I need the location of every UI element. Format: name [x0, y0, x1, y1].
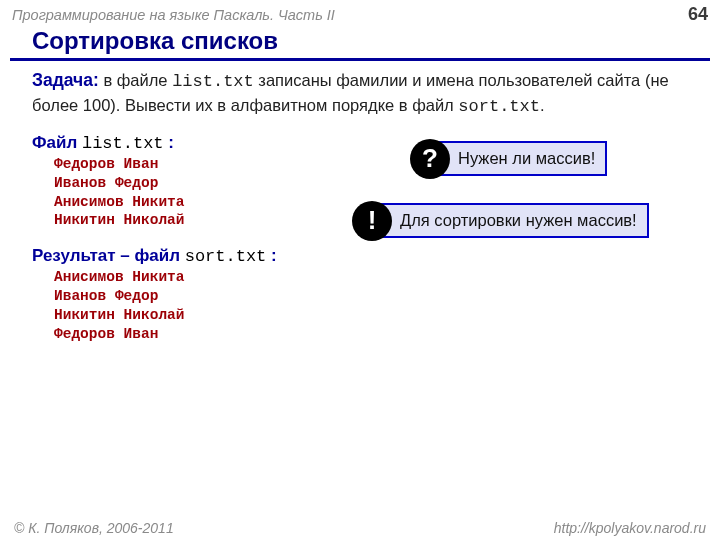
list-item: Иванов Федор — [54, 287, 704, 306]
output-file-lines: Анисимов Никита Иванов Федор Никитин Ник… — [32, 268, 704, 343]
task-label: Задача: — [32, 70, 99, 90]
footer: © К. Поляков, 2006-2011 http://kpolyakov… — [0, 520, 720, 536]
input-colon: : — [164, 133, 174, 152]
page-number: 64 — [688, 4, 708, 25]
output-colon: : — [266, 246, 276, 265]
list-item: Анисимов Никита — [54, 268, 704, 287]
header-title: Программирование на языке Паскаль. Часть… — [12, 7, 335, 23]
footer-url: http://kpolyakov.narod.ru — [554, 520, 706, 536]
task-description: Задача: в файле list.txt записаны фамили… — [32, 69, 704, 119]
question-icon — [410, 139, 450, 179]
callout-answer: Для сортировки нужен массив! — [352, 201, 682, 241]
content-area: Задача: в файле list.txt записаны фамили… — [0, 61, 720, 344]
callouts: Нужен ли массив! Для сортировки нужен ма… — [352, 139, 682, 263]
footer-copyright: © К. Поляков, 2006-2011 — [14, 520, 174, 536]
output-label: Результат – файл — [32, 246, 185, 265]
task-file2: sort.txt — [458, 97, 540, 116]
header-bar: Программирование на языке Паскаль. Часть… — [0, 0, 720, 27]
input-label: Файл — [32, 133, 82, 152]
files-area: Нужен ли массив! Для сортировки нужен ма… — [32, 133, 704, 344]
task-text-1: в файле — [99, 71, 172, 89]
list-item: Никитин Николай — [54, 306, 704, 325]
exclaim-icon — [352, 201, 392, 241]
slide-title: Сортировка списков — [10, 27, 710, 61]
input-filename: list.txt — [82, 134, 164, 153]
task-file1: list.txt — [172, 72, 254, 91]
list-item: Федоров Иван — [54, 325, 704, 344]
output-filename: sort.txt — [185, 247, 267, 266]
task-text-end: . — [540, 96, 545, 114]
callout-question-text: Нужен ли массив! — [432, 141, 607, 176]
callout-answer-text: Для сортировки нужен массив! — [374, 203, 649, 238]
callout-question: Нужен ли массив! — [410, 139, 682, 179]
